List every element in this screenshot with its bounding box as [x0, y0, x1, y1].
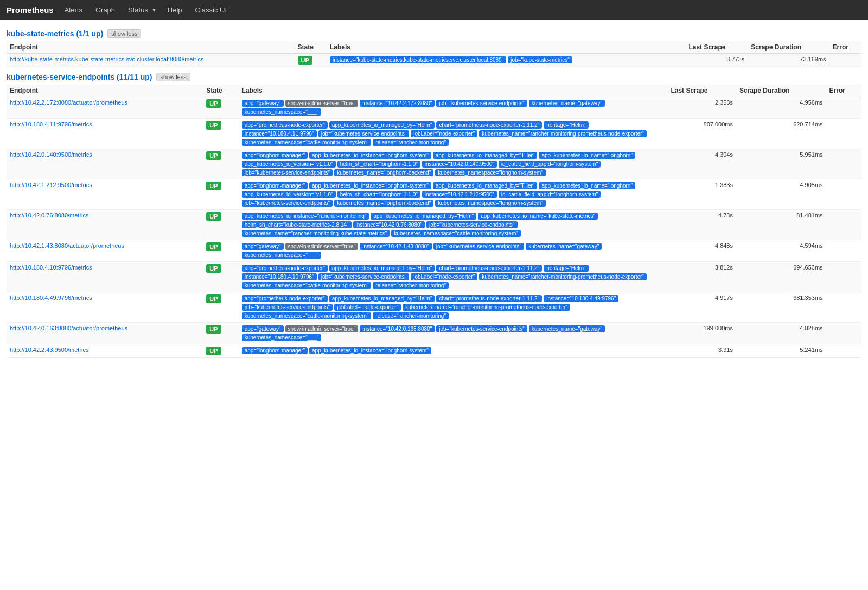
scrape-duration-cell: 4.905ms	[736, 179, 826, 210]
nav-graph[interactable]: Graph	[93, 2, 117, 18]
error-cell	[829, 54, 861, 67]
endpoint-link[interactable]: http://10.180.4.11:9796/metrics	[10, 121, 92, 127]
kse-header: kubernetes-service-endpoints (11/11 up) …	[7, 73, 861, 81]
th-error-ksm: Error	[829, 41, 861, 54]
th-state-kse: State	[203, 85, 238, 97]
label-tag: app_kubernetes_io_version="v1.1.0"	[242, 191, 336, 198]
label-tag: app="prometheus-node-exporter"	[242, 295, 328, 302]
label-tag: app="longhorn-manager"	[242, 182, 308, 189]
label-tag: instance="10.42.0.163:8080"	[360, 325, 435, 332]
endpoint-link[interactable]: http://10.180.4.10:9796/metrics	[10, 264, 92, 271]
endpoint-link[interactable]: http://10.42.1.212:9500/metrics	[10, 182, 92, 188]
table-row: http://10.180.4.49:9796/metrics UP app="…	[7, 292, 861, 323]
error-cell	[826, 344, 861, 358]
labels-wrap: app="gateway"show·in·admin·server="true"…	[242, 99, 665, 116]
label-tag: app_kubernetes_io_managed_by="Tiller"	[433, 182, 538, 189]
th-endpoint-ksm: Endpoint	[7, 41, 295, 54]
label-tag: job="kubernetes-service-endpoints"	[318, 273, 409, 280]
label-tag: kubernetes_namespace="cattle-monitoring-…	[242, 312, 372, 319]
label-tag: instance="kube-state-metrics.kube-state-…	[330, 56, 506, 63]
endpoint-cell: http://10.42.1.212:9500/metrics	[7, 179, 203, 210]
kse-table: Endpoint State Labels Last Scrape Scrape…	[7, 85, 861, 358]
label-tag: app_kubernetes_io_name="kube-state-metri…	[478, 213, 598, 220]
last-scrape-cell: 4.848s	[667, 240, 736, 262]
kse-show-less[interactable]: show less	[156, 73, 190, 81]
scrape-duration-cell: 681.353ms	[736, 292, 826, 323]
endpoint-link[interactable]: http://10.42.1.43:8080/actuator/promethe…	[10, 242, 124, 249]
error-cell	[826, 292, 861, 323]
labels-cell: app="prometheus-node-exporter"app_kubern…	[239, 292, 668, 323]
labels-wrap: app="prometheus-node-exporter"app_kubern…	[242, 264, 665, 290]
label-tag: instance="10.42.1.43:8080"	[360, 243, 431, 250]
nav-alerts[interactable]: Alerts	[62, 2, 85, 18]
scrape-duration-cell: 73.169ms	[748, 54, 829, 67]
labels-wrap: app="prometheus-node-exporter"app_kubern…	[242, 121, 665, 146]
endpoint-link[interactable]: http://10.42.0.76:8080/metrics	[10, 212, 89, 219]
endpoint-link[interactable]: http://10.180.4.49:9796/metrics	[10, 294, 92, 301]
label-tag: job="kubernetes-service-endpoints"	[242, 304, 333, 311]
scrape-duration-cell: 694.653ms	[736, 262, 826, 292]
label-tag: release="rancher-monitoring"	[373, 312, 449, 319]
nav-classic-ui[interactable]: Classic UI	[193, 2, 229, 18]
th-error-kse: Error	[826, 85, 861, 97]
label-tag: helm_sh_chart="longhorn-1.1.0"	[337, 161, 420, 168]
label-tag: instance="10.42.2.172:8080"	[360, 100, 435, 107]
last-scrape-cell: 4.304s	[667, 149, 736, 179]
th-last-scrape-ksm: Last Scrape	[685, 41, 748, 54]
state-badge: UP	[206, 294, 221, 303]
nav-help[interactable]: Help	[165, 2, 184, 18]
label-tag: app_kubernetes_io_instance="longhorn-sys…	[309, 347, 431, 354]
label-tag: job="kubernetes-service-endpoints"	[242, 169, 333, 176]
last-scrape-cell: 3.773s	[685, 54, 748, 67]
state-cell: UP	[203, 344, 238, 358]
label-tag: instance="10.180.4.11:9796"	[242, 130, 317, 137]
state-cell: UP	[203, 323, 238, 344]
label-tag: app="prometheus-node-exporter"	[242, 265, 328, 272]
state-cell: UP	[203, 262, 238, 292]
label-tag: instance="10.42.0.76:8080"	[353, 221, 425, 228]
table-row: http://10.42.1.212:9500/metrics UP app="…	[7, 179, 861, 210]
nav-status[interactable]: Status	[126, 2, 150, 18]
state-badge: UP	[206, 242, 221, 251]
endpoint-link[interactable]: http://kube-state-metrics.kube-state-met…	[10, 56, 204, 62]
error-cell	[826, 97, 861, 119]
endpoint-link[interactable]: http://10.42.0.163:8080/actuator/prometh…	[10, 325, 127, 331]
label-tag: kubernetes_name="longhorn-backend"	[334, 200, 433, 207]
labels-cell: app="gateway"show·in·admin·server="true"…	[239, 97, 668, 119]
labels-cell: app="longhorn-manager"app_kubernetes_io_…	[239, 179, 668, 210]
endpoint-cell: http://10.42.0.76:8080/metrics	[7, 210, 203, 240]
label-tag: kubernetes_namespace="longhorn-system"	[435, 169, 546, 176]
label-tag: job="kubernetes-service-endpoints"	[436, 325, 527, 332]
endpoint-link[interactable]: http://10.42.0.140:9500/metrics	[10, 151, 92, 158]
table-row: http://kube-state-metrics.kube-state-met…	[7, 54, 861, 67]
label-tag: app_kubernetes_io_managed_by="Helm"	[371, 213, 476, 220]
label-tag: kubernetes_namespace="cattle-monitoring-…	[391, 230, 521, 237]
state-badge: UP	[206, 325, 221, 334]
labels-cell: app="prometheus-node-exporter"app_kubern…	[239, 119, 668, 149]
label-tag: job="kubernetes-service-endpoints"	[436, 100, 527, 107]
label-tag: kubernetes_namespace="cattle-monitoring-…	[242, 139, 372, 146]
table-row: http://10.180.4.11:9796/metrics UP app="…	[7, 119, 861, 149]
labels-wrap: app="gateway"show·in·admin·server="true"…	[242, 242, 665, 259]
nav-status-dropdown[interactable]: Status ▼	[126, 2, 157, 18]
labels-cell: app="longhorn-manager"app_kubernetes_io_…	[239, 149, 668, 179]
last-scrape-cell: 3.812s	[667, 262, 736, 292]
last-scrape-cell: 4.917s	[667, 292, 736, 323]
endpoint-link[interactable]: http://10.42.2.43:9500/metrics	[10, 347, 89, 353]
endpoint-link[interactable]: http://10.42.2.172:8080/actuator/prometh…	[10, 99, 127, 106]
th-state-ksm: State	[295, 41, 327, 54]
state-cell: UP	[203, 179, 238, 210]
label-tag: job="kube-state-metrics"	[508, 56, 572, 63]
label-tag: instance="10.42.0.140:9500"	[422, 161, 497, 168]
label-tag: app_kubernetes_io_name="longhorn"	[539, 152, 635, 159]
last-scrape-cell: 3.91s	[667, 344, 736, 358]
endpoint-cell: http://kube-state-metrics.kube-state-met…	[7, 54, 295, 67]
table-row: http://10.180.4.10:9796/metrics UP app="…	[7, 262, 861, 292]
labels-cell: app="prometheus-node-exporter"app_kubern…	[239, 262, 668, 292]
label-tag: jobLabel="node-exporter"	[334, 304, 401, 311]
kube-state-metrics-show-less[interactable]: show less	[107, 29, 141, 38]
label-tag: kubernetes_namespace="___"	[242, 252, 321, 259]
state-badge: UP	[206, 182, 221, 190]
kube-state-metrics-header: kube-state-metrics (1/1 up) show less	[7, 29, 861, 38]
scrape-duration-cell: 4.828ms	[736, 323, 826, 344]
